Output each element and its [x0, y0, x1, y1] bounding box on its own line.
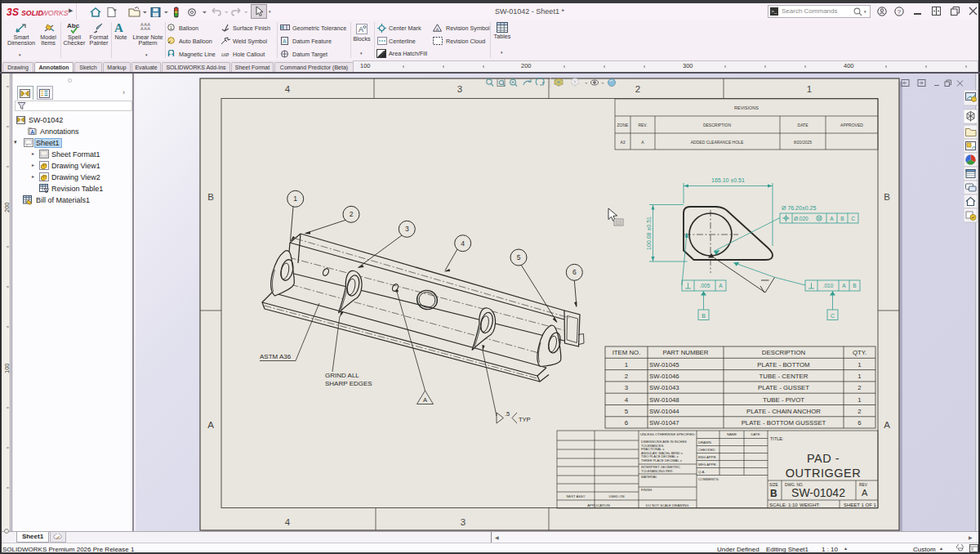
svg-text:USED ON: USED ON: [608, 494, 624, 498]
svg-text:.005: .005: [700, 283, 710, 288]
svg-text:DATE: DATE: [798, 123, 809, 127]
svg-text:.5: .5: [505, 410, 510, 418]
svg-text:S: S: [12, 7, 19, 18]
svg-text:100: 100: [3, 363, 11, 373]
svg-text:1: 1: [625, 361, 628, 369]
svg-text:4: 4: [461, 239, 465, 248]
svg-text:SHEET 1 OF 1: SHEET 1 OF 1: [844, 503, 877, 507]
svg-text:Ø 76.20±0.25: Ø 76.20±0.25: [782, 205, 816, 211]
svg-text:A: A: [719, 283, 723, 288]
svg-text:FINISH: FINISH: [641, 488, 652, 492]
svg-text:ADDED CLEARANCE HOLE: ADDED CLEARANCE HOLE: [691, 140, 744, 145]
svg-text:PLATE - GUSSET: PLATE - GUSSET: [758, 384, 809, 391]
svg-text:B: B: [884, 192, 890, 202]
svg-text:Q.A.: Q.A.: [698, 470, 705, 474]
svg-text:2: 2: [858, 408, 861, 415]
svg-text:DRAWN: DRAWN: [698, 440, 711, 445]
svg-text:PART NUMBER: PART NUMBER: [663, 349, 709, 356]
svg-text:ITEM NO.: ITEM NO.: [612, 349, 641, 356]
svg-text:DO NOT SCALE DRAWING: DO NOT SCALE DRAWING: [646, 503, 688, 507]
svg-text:REVISIONS: REVISIONS: [734, 105, 759, 110]
svg-text:1: 1: [293, 194, 297, 203]
svg-text:SW-01045: SW-01045: [649, 361, 679, 369]
svg-text:100: 100: [360, 62, 371, 69]
svg-text:B: B: [853, 283, 856, 288]
svg-text:A: A: [884, 420, 890, 430]
svg-text:300: 300: [683, 62, 693, 69]
svg-text:SW-01044: SW-01044: [649, 408, 679, 415]
svg-text:B: B: [770, 488, 777, 499]
svg-text:100.08 ±0.51: 100.08 ±0.51: [646, 217, 652, 250]
svg-text:2: 2: [858, 384, 861, 391]
svg-text:200: 200: [521, 62, 532, 69]
svg-text:200: 200: [3, 202, 11, 212]
svg-text:3: 3: [461, 517, 466, 527]
svg-text:TUBE - PIVOT: TUBE - PIVOT: [763, 396, 804, 404]
svg-text:5: 5: [625, 408, 629, 415]
svg-text:B: B: [207, 192, 214, 202]
svg-text:ZONE: ZONE: [617, 123, 630, 127]
svg-text:TOLERANCING PER:: TOLERANCING PER:: [641, 469, 673, 473]
svg-text:B: B: [702, 313, 706, 319]
svg-text:A: A: [436, 27, 439, 32]
svg-text:A: A: [842, 283, 846, 288]
svg-text:A: A: [830, 216, 834, 221]
svg-text:TUBE - CENTER: TUBE - CENTER: [760, 373, 808, 380]
svg-text:OUTRIGGER: OUTRIGGER: [786, 467, 861, 480]
svg-text:A: A: [45, 190, 47, 194]
svg-text:6: 6: [625, 419, 628, 427]
svg-text:MFG APPR.: MFG APPR.: [698, 462, 717, 467]
svg-text:QTY.: QTY.: [853, 349, 866, 356]
svg-text:PLATE - CHAIN ANCHOR: PLATE - CHAIN ANCHOR: [746, 408, 821, 415]
svg-text:UNLESS OTHERWISE SPECIFIED:: UNLESS OTHERWISE SPECIFIED:: [640, 432, 696, 436]
svg-text:APPROVED: APPROVED: [840, 123, 863, 127]
svg-text:2: 2: [350, 210, 354, 218]
svg-text:TITLE:: TITLE:: [770, 436, 784, 441]
svg-text:REV: REV: [859, 483, 868, 487]
svg-text:PLATE - BOTTOM GUSSSET: PLATE - BOTTOM GUSSSET: [742, 419, 826, 427]
svg-text:MATERIAL: MATERIAL: [641, 475, 657, 479]
svg-text:5: 5: [517, 253, 521, 261]
svg-text:2: 2: [635, 84, 640, 94]
svg-text:3: 3: [625, 384, 628, 391]
svg-text:B: B: [840, 216, 844, 221]
svg-text:C: C: [851, 216, 855, 221]
svg-text:WORKS: WORKS: [42, 9, 69, 17]
svg-text:3: 3: [405, 225, 409, 233]
svg-text:GRIND ALL: GRIND ALL: [325, 372, 359, 379]
svg-text:3: 3: [457, 84, 462, 94]
svg-text:.010: .010: [823, 283, 834, 288]
svg-text:THREE PLACE DECIMAL ±: THREE PLACE DECIMAL ±: [641, 458, 683, 462]
svg-text:SOLID: SOLID: [21, 9, 44, 17]
svg-text:?: ?: [898, 8, 901, 16]
svg-text:4: 4: [285, 517, 291, 527]
svg-text:400: 400: [844, 62, 854, 69]
svg-text:A: A: [207, 420, 214, 430]
svg-text:1: 1: [858, 373, 861, 380]
svg-text:REV.: REV.: [638, 123, 647, 127]
svg-text:1: 1: [858, 361, 861, 369]
svg-text:SW-01047: SW-01047: [649, 419, 679, 427]
svg-text:APPLICATION: APPLICATION: [587, 503, 609, 507]
svg-text:A: A: [283, 38, 287, 44]
svg-text:C: C: [831, 313, 835, 319]
svg-text:ASTM A36: ASTM A36: [260, 353, 292, 360]
svg-text:1: 1: [807, 84, 812, 94]
svg-text:4: 4: [285, 84, 291, 94]
svg-text:TYP: TYP: [519, 416, 531, 423]
svg-text:WEIGHT:: WEIGHT:: [800, 503, 820, 507]
svg-text:COMMENTS:: COMMENTS:: [698, 477, 719, 481]
svg-text:A: A: [862, 488, 868, 498]
svg-text:SW-01048: SW-01048: [649, 396, 679, 404]
svg-text:3: 3: [7, 7, 12, 18]
svg-text:1: 1: [858, 396, 861, 404]
svg-text:PAD -: PAD -: [807, 452, 840, 465]
svg-text:6: 6: [572, 268, 577, 276]
svg-text:A: A: [30, 129, 34, 135]
svg-text:DESCRIPTION: DESCRIPTION: [762, 349, 805, 356]
svg-text:DESCRIPTION: DESCRIPTION: [703, 123, 732, 127]
svg-text:2: 2: [625, 373, 628, 380]
svg-text:PLATE - BOTTOM: PLATE - BOTTOM: [757, 361, 809, 369]
svg-text:6: 6: [858, 419, 861, 427]
svg-text:4: 4: [625, 396, 629, 404]
